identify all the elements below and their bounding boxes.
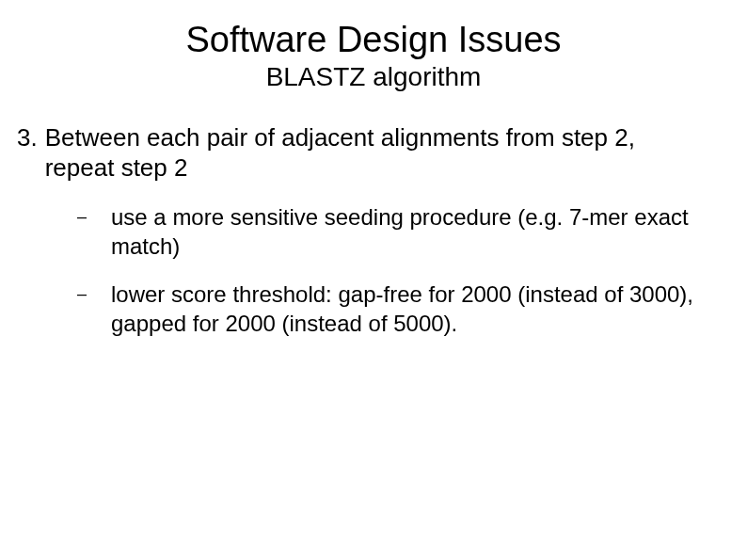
point-number: 3. [17, 122, 38, 184]
numbered-point: 3. Between each pair of adjacent alignme… [0, 122, 747, 184]
slide-title: Software Design Issues [0, 21, 747, 60]
sub-item-text: lower score threshold: gap-free for 2000… [111, 280, 709, 338]
dash-bullet-icon: – [77, 280, 111, 338]
sub-item: – lower score threshold: gap-free for 20… [77, 280, 709, 338]
sub-item-text: use a more sensitive seeding procedure (… [111, 202, 709, 261]
sub-list: – use a more sensitive seeding procedure… [0, 202, 747, 339]
sub-item: – use a more sensitive seeding procedure… [77, 202, 709, 261]
point-text: Between each pair of adjacent alignments… [38, 122, 709, 184]
dash-bullet-icon: – [77, 202, 111, 261]
slide-subtitle: BLASTZ algorithm [0, 62, 747, 92]
